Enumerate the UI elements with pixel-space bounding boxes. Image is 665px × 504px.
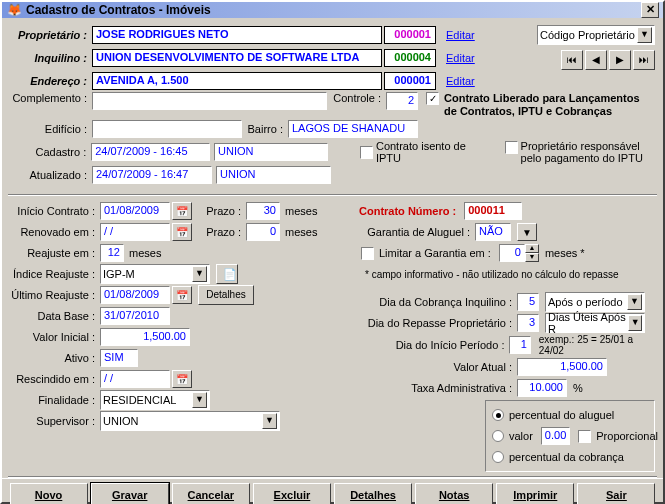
excluir-button[interactable]: Excluir [253,483,331,504]
valor-inicial-field[interactable]: 1,500.00 [100,328,190,346]
proprietario-code[interactable]: 000001 [384,26,436,44]
proporcional-checkbox[interactable] [578,430,591,443]
garantia-label: Garantia de Aluguel : [355,226,473,238]
close-button[interactable]: ✕ [641,2,659,18]
reajuste-em-label: Reajuste em : [10,247,98,259]
cadastro-user-field: UNION [214,143,328,161]
contrato-numero-label: Contrato Número : [359,205,456,217]
imprimir-button[interactable]: Imprimir [496,483,574,504]
nav-first-button[interactable]: ⏮ [561,50,583,70]
isento-iptu-label: Contrato isento de IPTU [376,140,493,164]
dia-cobranca-field[interactable]: 5 [517,293,539,311]
contrato-liberado-checkbox[interactable]: ✓ [426,92,439,105]
supervisor-combo[interactable]: UNION ▼ [100,411,280,431]
codigo-proprietario-combo[interactable]: Código Proprietário ▼ [537,25,655,45]
limitar-spinner[interactable]: ▲▼ [525,244,539,262]
complemento-field[interactable] [92,92,327,110]
inquilino-field[interactable]: UNION DESENVOLVIMENTO DE SOFTWARE LTDA [92,49,382,67]
chevron-down-icon: ▼ [628,315,642,331]
prazo2-field[interactable]: 0 [246,223,280,241]
contrato-numero-field[interactable]: 000011 [464,202,522,220]
dia-inicio-hint: exemp.: 25 = 25/01 a 24/02 [539,334,655,356]
dia-inicio-label: Dia do Início Período : [355,339,507,351]
limitar-garantia-label: Limitar a Garantia em : [379,247,491,259]
editar-inquilino-link[interactable]: Editar [446,52,475,64]
data-base-label: Data Base : [10,310,98,322]
isento-iptu-checkbox[interactable] [360,146,373,159]
nav-last-button[interactable]: ⏭ [633,50,655,70]
atualizado-label: Atualizado : [10,169,90,181]
radio-percentual-cobranca-label: percentual da cobrança [509,451,624,463]
cancelar-button[interactable]: Cancelar [172,483,250,504]
prazo-field[interactable]: 30 [246,202,280,220]
taxa-admin-label: Taxa Administrativa : [355,382,515,394]
garantia-field[interactable]: NÃO [475,223,511,241]
renovado-calendar-button[interactable]: 📅 [172,223,192,241]
dia-repasse-field[interactable]: 3 [517,314,539,332]
complemento-label: Complemento : [10,92,90,104]
editar-proprietario-link[interactable]: Editar [446,29,475,41]
limitar-garantia-field[interactable]: 0 [499,244,525,262]
endereco-field[interactable]: AVENIDA A, 1.500 [92,72,382,90]
gravar-button[interactable]: Gravar [91,483,169,504]
nav-next-button[interactable]: ▶ [609,50,631,70]
detalhes-button[interactable]: Detalhes [334,483,412,504]
dia-inicio-field[interactable]: 1 [509,336,530,354]
dia-cobranca-combo[interactable]: Após o período ▼ [545,292,645,312]
taxa-admin-field[interactable]: 10.000 [517,379,567,397]
prop-responsavel-label: Proprietário responsável pelo pagamento … [521,140,655,164]
cadastro-date-field: 24/07/2009 - 16:45 [91,143,210,161]
dia-repasse-combo[interactable]: Dias Úteis Após R ▼ [545,313,645,333]
finalidade-text: RESIDENCIAL [103,394,176,406]
notas-button[interactable]: Notas [415,483,493,504]
editar-endereco-link[interactable]: Editar [446,75,475,87]
renovado-field[interactable]: / / [100,223,170,241]
ultimo-reajuste-field[interactable]: 01/08/2009 [100,286,170,304]
titlebar[interactable]: 🦊 Cadastro de Contratos - Imóveis ✕ [2,2,663,18]
inicio-calendar-button[interactable]: 📅 [172,202,192,220]
radio-percentual-cobranca[interactable] [492,451,504,463]
garantia-dropdown-button[interactable]: ▼ [517,223,537,241]
detalhes-reajuste-button[interactable]: Detalhes [198,285,254,305]
reajuste-em-field[interactable]: 12 [100,244,124,262]
ativo-field[interactable]: SIM [100,349,138,367]
finalidade-combo[interactable]: RESIDENCIAL ▼ [100,390,210,410]
indice-reajuste-text: IGP-M [103,268,135,280]
radio-valor-field[interactable]: 0.00 [541,427,570,445]
inquilino-code[interactable]: 000004 [384,49,436,67]
nav-prev-button[interactable]: ◀ [585,50,607,70]
indice-reajuste-combo[interactable]: IGP-M ▼ [100,264,210,284]
rescindido-calendar-button[interactable]: 📅 [172,370,192,388]
bairro-field[interactable]: LAGOS DE SHANADU [288,120,418,138]
renovado-label: Renovado em : [10,226,98,238]
radio-percentual-aluguel[interactable] [492,409,504,421]
prop-responsavel-checkbox[interactable] [505,141,518,154]
indice-doc-button[interactable]: 📄 [216,264,238,284]
data-base-field[interactable]: 31/07/2010 [100,307,170,325]
dia-cobranca-opt-text: Após o período [548,296,623,308]
endereco-code[interactable]: 000001 [384,72,436,90]
chevron-down-icon: ▼ [192,266,207,282]
cadastro-label: Cadastro : [10,146,89,158]
meses-text: meses [285,205,317,217]
meses3-text: meses [129,247,161,259]
button-bar: Novo Gravar Cancelar Excluir Detalhes No… [2,478,663,504]
inicio-contrato-field[interactable]: 01/08/2009 [100,202,170,220]
radio-valor[interactable] [492,430,504,442]
rescindido-field[interactable]: / / [100,370,170,388]
indice-reajuste-label: Índice Reajuste : [10,268,98,280]
ultimo-calendar-button[interactable]: 📅 [172,286,192,304]
window-title: Cadastro de Contratos - Imóveis [26,3,641,17]
codigo-combo-text: Código Proprietário [540,29,635,41]
edificio-field[interactable] [92,120,242,138]
prazo-label: Prazo : [194,205,244,217]
proprietario-field[interactable]: JOSE RODRIGUES NETO [92,26,382,44]
sair-button[interactable]: Sair [577,483,655,504]
novo-button[interactable]: Novo [10,483,88,504]
chevron-down-icon: ▼ [637,27,652,43]
limitar-garantia-checkbox[interactable] [361,247,374,260]
meses2-text: meses [285,226,317,238]
valor-inicial-label: Valor Inicial : [10,331,98,343]
controle-field[interactable]: 2 [386,92,418,110]
valor-atual-field[interactable]: 1,500.00 [517,358,607,376]
